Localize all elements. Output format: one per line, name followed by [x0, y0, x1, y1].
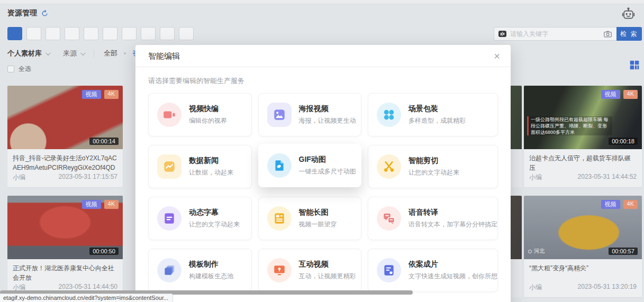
service-card[interactable]: 动态字幕 让您的文字动起来 [148, 197, 252, 240]
service-name: 视频快编 [189, 104, 227, 114]
service-icon [377, 154, 401, 179]
service-name: GIF动图 [299, 155, 356, 164]
service-name: 海报视频 [299, 104, 356, 114]
service-icon [157, 103, 182, 127]
service-card[interactable]: 依案成片 文字快速生成短视频，创你所想 [368, 249, 498, 292]
service-name: 依案成片 [409, 260, 497, 269]
service-name: 智能长图 [299, 208, 337, 217]
service-icon [267, 103, 292, 127]
service-card[interactable]: 互动视频 互动，让视频更精彩 [258, 249, 362, 292]
service-text: 场景包装 多样造型，成就精彩 [409, 104, 466, 125]
service-name: 互动视频 [299, 260, 356, 269]
service-name: 场景包装 [409, 104, 466, 114]
service-text: GIF动图 一键生成多尺寸动图 [299, 155, 356, 176]
service-icon [267, 153, 292, 178]
service-name: 语音转译 [409, 208, 497, 217]
service-icon [157, 206, 182, 231]
service-text: 智能长图 视频一眼望穿 [299, 208, 337, 229]
service-text: 视频快编 编辑你的视界 [189, 104, 227, 125]
service-card[interactable]: 海报视频 海报，让视频更生动 [258, 93, 362, 136]
service-text: 海报视频 海报，让视频更生动 [299, 104, 356, 125]
service-desc: 文字快速生成短视频，创你所想 [409, 272, 497, 281]
service-desc: 构建模板生态池 [189, 272, 233, 281]
service-text: 互动视频 互动，让视频更精彩 [299, 260, 356, 281]
service-icon [157, 258, 182, 282]
service-desc: 让数据，动起来 [189, 168, 233, 177]
close-icon[interactable]: × [494, 51, 500, 61]
service-card[interactable]: 语音转译 语音转文本，加字幕分分钟搞定 [368, 197, 498, 240]
service-icon [377, 258, 401, 282]
service-desc: 多样造型，成就精彩 [409, 116, 466, 125]
service-text: 模板制作 构建模板生态池 [189, 260, 233, 281]
service-card[interactable]: 数据新闻 让数据，动起来 [148, 145, 252, 188]
service-grid: 视频快编 编辑你的视界 [135, 93, 511, 292]
service-icon [157, 154, 182, 179]
service-text: 数据新闻 让数据，动起来 [189, 156, 233, 177]
service-desc: 视频一眼望穿 [299, 220, 337, 229]
modal-subtitle: 请选择需要编辑的智能生产服务 [148, 76, 498, 86]
status-bar-url: etagif.xy-demo.chinamcloud.cn/edit?syste… [0, 294, 173, 302]
service-desc: 让您的文字动起来 [409, 168, 459, 177]
service-desc: 语音转文本，加字幕分分钟搞定 [409, 220, 497, 229]
service-text: 语音转译 语音转文本，加字幕分分钟搞定 [409, 208, 497, 229]
service-card[interactable]: 场景包装 多样造型，成就精彩 [368, 93, 498, 136]
service-card[interactable]: 智能长图 视频一眼望穿 [258, 197, 362, 240]
service-text: 智能剪切 让您的文字动起来 [409, 156, 459, 177]
service-name: 模板制作 [189, 260, 233, 269]
app-window: 资源管理 请输入关键字 检 索 个人素材库 来源 全部 [0, 0, 644, 302]
service-card[interactable]: GIF动图 一键生成多尺寸动图 [258, 144, 362, 187]
service-card[interactable]: 智能剪切 让您的文字动起来 [368, 145, 498, 188]
service-desc: 一键生成多尺寸动图 [299, 167, 356, 176]
service-desc: 海报，让视频更生动 [299, 116, 356, 125]
service-icon [377, 103, 401, 127]
service-desc: 互动，让视频更精彩 [299, 272, 356, 281]
service-name: 智能剪切 [409, 156, 459, 166]
service-desc: 让您的文字动起来 [189, 220, 240, 229]
modal-title: 智能编辑 [148, 51, 180, 61]
smart-edit-modal: 智能编辑 × 请选择需要编辑的智能生产服务 [135, 45, 511, 302]
service-card[interactable]: 视频快编 编辑你的视界 [148, 93, 252, 136]
service-icon [267, 206, 292, 231]
service-icon [377, 206, 401, 231]
service-icon [267, 258, 292, 282]
service-name: 动态字幕 [189, 208, 240, 217]
service-desc: 编辑你的视界 [189, 116, 227, 125]
service-name: 数据新闻 [189, 156, 233, 166]
service-text: 动态字幕 让您的文字动起来 [189, 208, 240, 229]
service-text: 依案成片 文字快速生成短视频，创你所想 [409, 260, 497, 281]
service-card[interactable]: 模板制作 构建模板生态池 [148, 249, 252, 292]
